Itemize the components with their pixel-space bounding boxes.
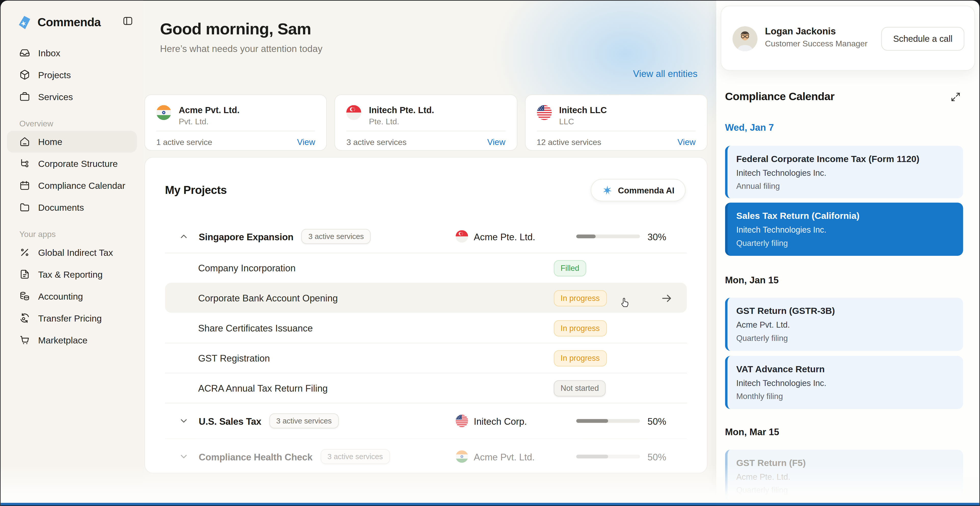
arrow-right-icon[interactable] bbox=[661, 292, 673, 304]
status-badge: In progress bbox=[554, 350, 606, 366]
filing-frequency: Annual filing bbox=[737, 181, 955, 191]
calendar-item-sales-tax-return-california[interactable]: Sales Tax Return (California) Initech Te… bbox=[725, 203, 963, 256]
progress-bar bbox=[576, 455, 640, 459]
filing-title: VAT Advance Return bbox=[737, 364, 955, 374]
task-name: GST Registration bbox=[198, 353, 270, 363]
sidebar-item-global-indirect-tax[interactable]: Global Indirect Tax bbox=[7, 241, 137, 263]
primary-nav: Inbox Projects Services bbox=[0, 42, 143, 107]
filing-frequency: Quarterly filing bbox=[737, 485, 955, 495]
sidebar-item-tax-reporting[interactable]: Tax & Reporting bbox=[7, 263, 137, 285]
commenda-logo-icon bbox=[17, 15, 32, 30]
sidebar-item-accounting[interactable]: Accounting bbox=[7, 285, 137, 307]
commenda-ai-button[interactable]: Commenda AI bbox=[590, 179, 686, 201]
csm-card: Logan Jackonis Customer Success Manager … bbox=[721, 6, 975, 70]
chevron-down-icon[interactable] bbox=[179, 452, 189, 461]
sidebar-item-label: Services bbox=[38, 92, 73, 102]
calendar-date-jan-15: Mon, Jan 15 bbox=[725, 275, 779, 285]
status-badge: Not started bbox=[554, 380, 606, 396]
project-group-compliance-health-check[interactable]: Compliance Health Check 3 active service… bbox=[165, 439, 687, 474]
sidebar-item-label: Home bbox=[38, 137, 62, 147]
entity-name: Initech LLC bbox=[559, 105, 607, 115]
view-entity-link[interactable]: View bbox=[297, 137, 315, 147]
progress-percent: 30% bbox=[648, 231, 666, 242]
sidebar-item-home[interactable]: Home bbox=[7, 131, 137, 153]
filing-frequency: Monthly filing bbox=[737, 392, 955, 401]
entity-type: Pvt. Ltd. bbox=[179, 117, 240, 126]
sidebar-item-label: Transfer Pricing bbox=[38, 313, 102, 323]
schedule-call-button[interactable]: Schedule a call bbox=[881, 27, 964, 51]
entity-card-initech-llc[interactable]: Initech LLC LLC 12 active services View bbox=[525, 94, 708, 151]
sidebar-item-projects[interactable]: Projects bbox=[7, 64, 137, 86]
calendar-item-gst-return-gstr3b[interactable]: GST Return (GSTR-3B) Acme Pvt. Ltd. Quar… bbox=[725, 298, 963, 351]
project-entity: Initech Corp. bbox=[455, 415, 527, 427]
view-entity-link[interactable]: View bbox=[678, 137, 695, 147]
sidebar-item-inbox[interactable]: Inbox bbox=[7, 42, 137, 64]
filing-entity: Initech Technologies Inc. bbox=[737, 168, 955, 177]
sidebar-item-marketplace[interactable]: Marketplace bbox=[7, 329, 137, 351]
sidebar-item-corporate-structure[interactable]: Corporate Structure bbox=[7, 153, 137, 174]
sidebar-item-compliance-calendar[interactable]: Compliance Calendar bbox=[7, 174, 137, 196]
task-row-acra-annual-tax-return-filing[interactable]: ACRA Annual Tax Return Filing Not starte… bbox=[165, 373, 687, 403]
project-entity: Acme Pte. Ltd. bbox=[455, 230, 535, 243]
project-name: Singapore Expansion bbox=[199, 231, 294, 242]
main-content: Good morning, Sam Here’s what needs your… bbox=[143, 0, 716, 506]
mouse-cursor bbox=[619, 297, 631, 311]
cart-icon bbox=[19, 335, 30, 345]
task-row-corporate-bank-account-opening[interactable]: Corporate Bank Account Opening In progre… bbox=[165, 283, 687, 313]
right-panel: Logan Jackonis Customer Success Manager … bbox=[716, 0, 979, 506]
filing-entity: Acme Pte. Ltd. bbox=[737, 472, 955, 482]
view-entity-link[interactable]: View bbox=[487, 137, 505, 147]
sidebar-item-transfer-pricing[interactable]: Transfer Pricing bbox=[7, 307, 137, 329]
projects-table: Singapore Expansion 3 active services Ac… bbox=[165, 220, 687, 474]
singapore-flag-icon bbox=[455, 230, 468, 243]
project-entity-name: Initech Corp. bbox=[474, 415, 527, 426]
sidebar-toggle-icon[interactable] bbox=[123, 16, 133, 26]
india-flag-icon bbox=[156, 105, 171, 120]
services-badge: 3 active services bbox=[269, 413, 339, 429]
progress-bar bbox=[576, 419, 640, 423]
progress-percent: 50% bbox=[648, 415, 666, 426]
chevron-down-icon[interactable] bbox=[179, 416, 189, 426]
view-all-entities-link[interactable]: View all entities bbox=[633, 68, 697, 79]
sidebar-item-label: Compliance Calendar bbox=[38, 180, 125, 190]
filing-entity: Acme Pvt. Ltd. bbox=[737, 320, 955, 330]
calendar-item-gst-return-f5[interactable]: GST Return (F5) Acme Pte. Ltd. Quarterly… bbox=[725, 450, 963, 501]
project-name: U.S. Sales Tax bbox=[199, 415, 261, 426]
status-badge: In progress bbox=[554, 320, 606, 336]
expand-icon[interactable] bbox=[951, 92, 961, 102]
services-badge: 3 active services bbox=[321, 449, 390, 464]
services-badge: 3 active services bbox=[301, 229, 371, 244]
file-text-icon bbox=[19, 269, 30, 280]
sidebar-item-documents[interactable]: Documents bbox=[7, 196, 137, 218]
filing-title: Sales Tax Return (California) bbox=[737, 211, 955, 221]
project-group-us-sales-tax[interactable]: U.S. Sales Tax 3 active services Initech… bbox=[165, 403, 687, 439]
chevron-up-icon[interactable] bbox=[179, 231, 189, 241]
entity-type: LLC bbox=[559, 117, 607, 126]
coins-icon bbox=[19, 291, 30, 302]
folder-icon bbox=[19, 202, 30, 213]
logo: Commenda bbox=[0, 0, 143, 32]
task-row-company-incorporation[interactable]: Company Incorporation Filled bbox=[165, 253, 687, 283]
status-badge: Filled bbox=[554, 260, 586, 276]
divider bbox=[156, 131, 315, 131]
org-chart-icon bbox=[19, 158, 30, 169]
entity-card-initech-pte[interactable]: Initech Pte. Ltd. Pte. Ltd. 3 active ser… bbox=[334, 94, 517, 151]
task-row-share-certificates-issuance[interactable]: Share Certificates Issuance In progress bbox=[165, 313, 687, 343]
sidebar-item-label: Marketplace bbox=[38, 335, 88, 345]
calendar-item-federal-corporate-income-tax[interactable]: Federal Corporate Income Tax (Form 1120)… bbox=[725, 146, 963, 198]
project-entity-name: Acme Pte. Ltd. bbox=[474, 231, 535, 242]
app-window: Commenda Inbox Projects bbox=[0, 0, 979, 506]
compliance-calendar-title: Compliance Calendar bbox=[725, 90, 834, 103]
page-subtitle: Here’s what needs your attention today bbox=[160, 43, 322, 54]
project-group-singapore-expansion[interactable]: Singapore Expansion 3 active services Ac… bbox=[165, 220, 687, 253]
filing-title: Federal Corporate Income Tax (Form 1120) bbox=[737, 154, 955, 164]
sidebar-item-services[interactable]: Services bbox=[7, 86, 137, 107]
cycle-icon bbox=[19, 313, 30, 323]
overview-nav: Home Corporate Structure Compliance Cale… bbox=[0, 131, 143, 218]
task-name: ACRA Annual Tax Return Filing bbox=[198, 383, 328, 393]
filing-frequency: Quarterly filing bbox=[737, 238, 955, 247]
package-icon bbox=[19, 69, 30, 80]
task-row-gst-registration[interactable]: GST Registration In progress bbox=[165, 343, 687, 373]
calendar-item-vat-advance-return[interactable]: VAT Advance Return Initech Technologies … bbox=[725, 356, 963, 409]
entity-card-acme-pvt[interactable]: Acme Pvt. Ltd. Pvt. Ltd. 1 active servic… bbox=[144, 94, 327, 151]
